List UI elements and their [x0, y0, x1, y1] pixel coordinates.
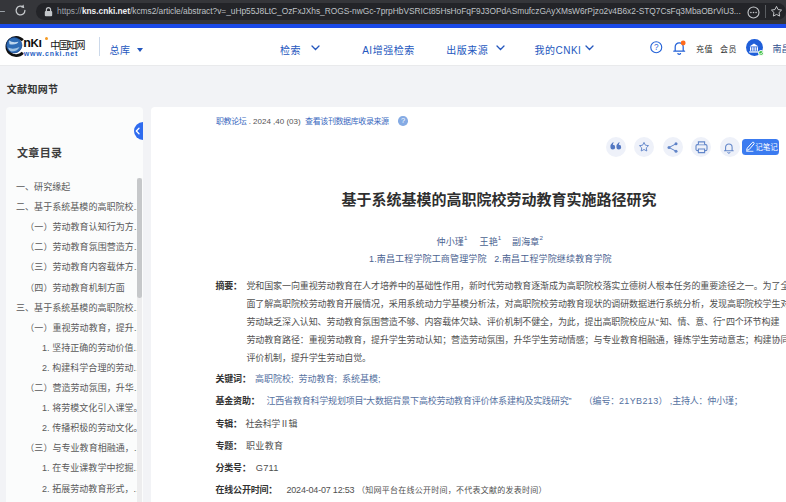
svg-text:?: ? [654, 43, 659, 52]
